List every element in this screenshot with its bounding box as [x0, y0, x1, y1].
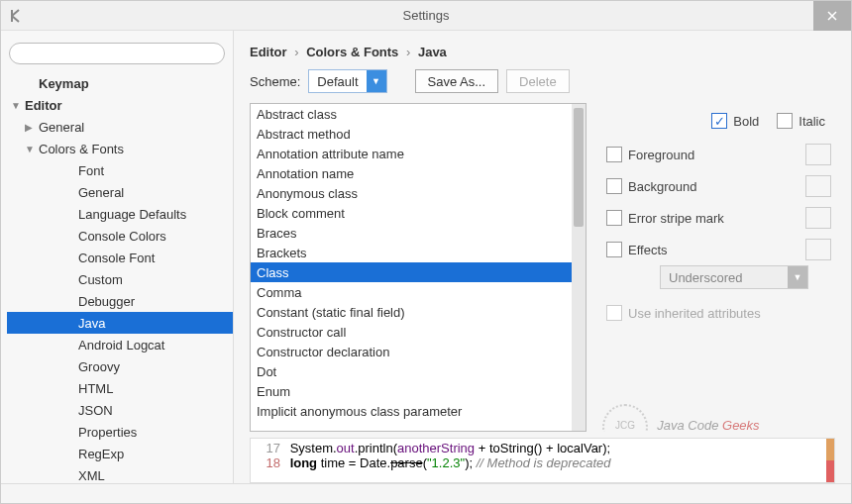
window-title: Settings	[1, 8, 851, 23]
code-string: "1.2.3"	[427, 455, 465, 470]
italic-checkbox[interactable]	[777, 113, 793, 129]
breadcrumb-sep: ›	[402, 45, 414, 59]
error-stripe-label: Error stripe mark	[628, 211, 724, 226]
scrollbar-thumb[interactable]	[574, 108, 584, 227]
sidebar-item-label: Groovy	[78, 359, 120, 374]
error-stripe-row: Error stripe mark	[606, 202, 831, 234]
sidebar-item[interactable]: XML	[7, 464, 233, 483]
code-field: out	[337, 441, 355, 455]
breadcrumb-item[interactable]: Editor	[250, 45, 287, 59]
sidebar-item[interactable]: Editor	[7, 94, 233, 116]
inherited-checkbox	[606, 305, 622, 321]
sidebar-item-label: General	[78, 185, 124, 200]
sidebar-item-label: RegExp	[78, 447, 124, 461]
element-list[interactable]: Abstract classAbstract methodAnnotation …	[251, 104, 572, 431]
foreground-swatch[interactable]	[805, 144, 831, 165]
effects-value: Underscored	[661, 270, 788, 285]
background-swatch[interactable]	[805, 175, 831, 197]
sidebar-item-label: Debugger	[78, 294, 135, 309]
inherited-row: Use inherited attributes	[606, 305, 831, 321]
list-item[interactable]: Brackets	[251, 243, 572, 262]
list-item[interactable]: Constructor call	[251, 322, 572, 342]
sidebar-item[interactable]: Console Font	[7, 247, 233, 268]
sidebar-item-label: Editor	[25, 98, 62, 113]
list-item[interactable]: Anonymous class	[251, 183, 572, 203]
code: + toString() +	[475, 441, 557, 455]
code: time = Date.	[317, 455, 390, 470]
chevron-down-icon: ▼	[367, 70, 386, 92]
sidebar-item[interactable]: RegExp	[7, 443, 233, 464]
sidebar-item[interactable]: Custom	[7, 268, 233, 290]
watermark: Java Code Geeks JAVA 2 JAVA DEVELOPERS R…	[602, 404, 835, 432]
breadcrumb-item[interactable]: Colors & Fonts	[306, 45, 398, 59]
background-checkbox[interactable]	[606, 178, 622, 194]
sidebar-item-label: HTML	[78, 381, 113, 396]
list-item[interactable]: Constant (static final field)	[251, 302, 572, 322]
list-item[interactable]: Annotation name	[251, 163, 572, 183]
effects-swatch[interactable]	[805, 239, 831, 260]
list-item[interactable]: Abstract class	[251, 104, 572, 124]
sidebar-item[interactable]: Keymap	[7, 72, 233, 94]
list-item[interactable]: Dot	[251, 361, 572, 381]
footer	[1, 483, 851, 503]
italic-checkbox-row[interactable]: Italic	[777, 107, 825, 135]
effects-dropdown: Underscored ▼	[660, 265, 808, 289]
sidebar-item[interactable]: Debugger	[7, 290, 233, 312]
sidebar-item[interactable]: General	[7, 181, 233, 203]
close-button[interactable]	[813, 1, 851, 31]
sidebar-item[interactable]: Groovy	[7, 355, 233, 377]
sidebar-item-label: Custom	[78, 272, 123, 287]
app-logo-icon	[7, 5, 29, 27]
sidebar-item[interactable]: Console Colors	[7, 225, 233, 247]
sidebar-item[interactable]: HTML	[7, 377, 233, 399]
sidebar-item[interactable]: Language Defaults	[7, 203, 233, 225]
list-item[interactable]: Braces	[251, 223, 572, 243]
scrollbar[interactable]	[572, 104, 586, 431]
save-as-button[interactable]: Save As...	[415, 69, 499, 93]
code-field: anotherString	[397, 441, 475, 455]
sidebar-item-label: Colors & Fonts	[39, 142, 124, 156]
tree-arrow-icon[interactable]	[25, 144, 39, 154]
background-row: Background	[606, 170, 831, 202]
sidebar-item-label: Language Defaults	[78, 207, 186, 222]
tree-arrow-icon[interactable]	[11, 100, 25, 111]
breadcrumb-item[interactable]: Java	[418, 45, 447, 59]
sidebar-item[interactable]: Properties	[7, 421, 233, 443]
sidebar-item[interactable]: Colors & Fonts	[7, 138, 233, 159]
sidebar-item-label: JSON	[78, 403, 113, 418]
settings-tree[interactable]: KeymapEditorGeneralColors & FontsFontGen…	[1, 72, 233, 483]
effects-checkbox[interactable]	[606, 242, 622, 257]
list-item[interactable]: Block comment	[251, 203, 572, 223]
chevron-down-icon: ▼	[788, 266, 807, 288]
sidebar-item[interactable]: Font	[7, 159, 233, 181]
list-item[interactable]: Enum	[251, 381, 572, 401]
list-item[interactable]: Implicit anonymous class parameter	[251, 401, 572, 421]
list-item[interactable]: Class	[251, 262, 572, 282]
background-label: Background	[628, 179, 696, 194]
sidebar-item[interactable]: General	[7, 116, 233, 138]
code: localVar	[557, 441, 602, 455]
delete-button: Delete	[506, 69, 570, 93]
watermark-title-a: Java Code	[657, 418, 722, 432]
scheme-dropdown[interactable]: Default ▼	[308, 69, 386, 93]
tree-arrow-icon[interactable]	[25, 122, 39, 133]
search-input[interactable]	[9, 43, 225, 64]
bold-checkbox-row[interactable]: Bold	[711, 107, 759, 135]
sidebar-item-label: Console Colors	[78, 229, 166, 244]
style-properties: Bold Italic Foreground	[602, 103, 835, 432]
list-item[interactable]: Comma	[251, 282, 572, 302]
error-stripe-swatch[interactable]	[805, 207, 831, 229]
list-item[interactable]: Abstract method	[251, 124, 572, 144]
error-stripe-checkbox[interactable]	[606, 210, 622, 226]
list-item[interactable]: Annotation attribute name	[251, 144, 572, 163]
list-item[interactable]: Constructor declaration	[251, 342, 572, 361]
sidebar-item[interactable]: Android Logcat	[7, 334, 233, 355]
code: );	[602, 441, 610, 455]
sidebar-item[interactable]: Java	[7, 312, 233, 334]
bold-checkbox[interactable]	[711, 113, 727, 129]
close-icon	[827, 11, 837, 21]
foreground-label: Foreground	[628, 148, 694, 162]
middle-row: Abstract classAbstract methodAnnotation …	[250, 103, 835, 432]
foreground-checkbox[interactable]	[606, 147, 622, 162]
sidebar-item[interactable]: JSON	[7, 399, 233, 421]
